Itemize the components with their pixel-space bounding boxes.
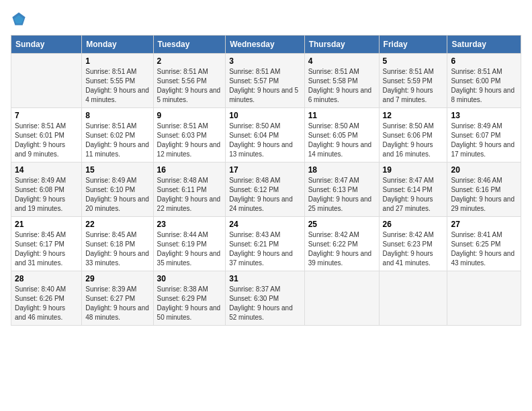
day-info: Sunrise: 8:48 AMSunset: 6:11 PMDaylight:… — [157, 176, 222, 214]
day-info: Sunrise: 8:39 AMSunset: 6:27 PMDaylight:… — [85, 285, 149, 322]
header-tuesday: Tuesday — [153, 36, 226, 54]
day-info: Sunrise: 8:37 AMSunset: 6:30 PMDaylight:… — [229, 285, 300, 322]
day-number: 1 — [85, 56, 149, 66]
calendar-cell: 25Sunrise: 8:42 AMSunset: 6:22 PMDayligh… — [304, 217, 379, 271]
day-info: Sunrise: 8:50 AMSunset: 6:05 PMDaylight:… — [308, 122, 375, 159]
calendar-cell: 22Sunrise: 8:45 AMSunset: 6:18 PMDayligh… — [82, 217, 153, 271]
day-info: Sunrise: 8:47 AMSunset: 6:14 PMDaylight:… — [383, 176, 444, 214]
calendar-cell: 5Sunrise: 8:51 AMSunset: 5:59 PMDaylight… — [379, 54, 447, 108]
day-number: 21 — [15, 220, 78, 229]
calendar-cell: 21Sunrise: 8:45 AMSunset: 6:17 PMDayligh… — [11, 217, 82, 271]
calendar-cell: 30Sunrise: 8:38 AMSunset: 6:29 PMDayligh… — [153, 271, 226, 326]
calendar-week-3: 14Sunrise: 8:49 AMSunset: 6:08 PMDayligh… — [11, 163, 521, 217]
calendar-cell — [304, 271, 379, 326]
day-number: 3 — [229, 56, 300, 66]
day-number: 12 — [383, 111, 444, 120]
calendar-cell — [447, 271, 521, 326]
day-info: Sunrise: 8:51 AMSunset: 5:56 PMDaylight:… — [157, 67, 222, 105]
day-number: 20 — [451, 165, 517, 175]
day-info: Sunrise: 8:43 AMSunset: 6:21 PMDaylight:… — [229, 230, 300, 268]
day-info: Sunrise: 8:51 AMSunset: 6:00 PMDaylight:… — [451, 67, 517, 105]
calendar-cell: 19Sunrise: 8:47 AMSunset: 6:14 PMDayligh… — [379, 163, 447, 217]
day-number: 24 — [229, 220, 300, 229]
calendar-cell: 28Sunrise: 8:40 AMSunset: 6:26 PMDayligh… — [11, 271, 82, 326]
day-number: 28 — [15, 274, 78, 283]
calendar-cell: 23Sunrise: 8:44 AMSunset: 6:19 PMDayligh… — [153, 217, 226, 271]
day-number: 23 — [157, 220, 222, 229]
calendar-cell — [11, 54, 82, 108]
day-info: Sunrise: 8:49 AMSunset: 6:07 PMDaylight:… — [451, 122, 517, 159]
calendar-cell: 27Sunrise: 8:41 AMSunset: 6:25 PMDayligh… — [447, 217, 521, 271]
day-number: 14 — [15, 165, 78, 175]
day-info: Sunrise: 8:51 AMSunset: 5:57 PMDaylight:… — [229, 67, 300, 105]
day-number: 6 — [451, 56, 517, 66]
calendar-cell: 2Sunrise: 8:51 AMSunset: 5:56 PMDaylight… — [153, 54, 226, 108]
calendar-week-5: 28Sunrise: 8:40 AMSunset: 6:26 PMDayligh… — [11, 271, 521, 326]
header — [11, 11, 521, 27]
day-number: 2 — [157, 56, 222, 66]
day-info: Sunrise: 8:49 AMSunset: 6:10 PMDaylight:… — [85, 176, 149, 214]
day-number: 8 — [85, 111, 149, 120]
day-number: 16 — [157, 165, 222, 175]
header-thursday: Thursday — [304, 36, 379, 54]
header-friday: Friday — [379, 36, 447, 54]
calendar-cell: 31Sunrise: 8:37 AMSunset: 6:30 PMDayligh… — [226, 271, 304, 326]
day-info: Sunrise: 8:51 AMSunset: 6:03 PMDaylight:… — [157, 122, 222, 159]
calendar-cell: 4Sunrise: 8:51 AMSunset: 5:58 PMDaylight… — [304, 54, 379, 108]
header-sunday: Sunday — [11, 36, 82, 54]
calendar-cell: 1Sunrise: 8:51 AMSunset: 5:55 PMDaylight… — [82, 54, 153, 108]
calendar-week-2: 7Sunrise: 8:51 AMSunset: 6:01 PMDaylight… — [11, 108, 521, 163]
calendar-cell: 14Sunrise: 8:49 AMSunset: 6:08 PMDayligh… — [11, 163, 82, 217]
day-info: Sunrise: 8:48 AMSunset: 6:12 PMDaylight:… — [229, 176, 300, 214]
calendar-cell: 12Sunrise: 8:50 AMSunset: 6:06 PMDayligh… — [379, 108, 447, 163]
calendar-cell: 6Sunrise: 8:51 AMSunset: 6:00 PMDaylight… — [447, 54, 521, 108]
day-number: 7 — [15, 111, 78, 120]
day-info: Sunrise: 8:46 AMSunset: 6:16 PMDaylight:… — [451, 176, 517, 214]
calendar-cell: 15Sunrise: 8:49 AMSunset: 6:10 PMDayligh… — [82, 163, 153, 217]
calendar-cell: 7Sunrise: 8:51 AMSunset: 6:01 PMDaylight… — [11, 108, 82, 163]
day-info: Sunrise: 8:41 AMSunset: 6:25 PMDaylight:… — [451, 230, 517, 268]
calendar-body: 1Sunrise: 8:51 AMSunset: 5:55 PMDaylight… — [11, 54, 521, 326]
day-number: 27 — [451, 220, 517, 229]
day-info: Sunrise: 8:47 AMSunset: 6:13 PMDaylight:… — [308, 176, 375, 214]
day-info: Sunrise: 8:50 AMSunset: 6:06 PMDaylight:… — [383, 122, 444, 159]
day-info: Sunrise: 8:40 AMSunset: 6:26 PMDaylight:… — [15, 285, 78, 322]
day-info: Sunrise: 8:45 AMSunset: 6:18 PMDaylight:… — [85, 230, 149, 268]
day-number: 15 — [85, 165, 149, 175]
calendar-table: Sunday Monday Tuesday Wednesday Thursday… — [11, 35, 521, 326]
calendar-cell: 8Sunrise: 8:51 AMSunset: 6:02 PMDaylight… — [82, 108, 153, 163]
calendar-week-1: 1Sunrise: 8:51 AMSunset: 5:55 PMDaylight… — [11, 54, 521, 108]
day-number: 26 — [383, 220, 444, 229]
calendar-cell: 16Sunrise: 8:48 AMSunset: 6:11 PMDayligh… — [153, 163, 226, 217]
day-number: 13 — [451, 111, 517, 120]
day-info: Sunrise: 8:38 AMSunset: 6:29 PMDaylight:… — [157, 285, 222, 322]
day-number: 19 — [383, 165, 444, 175]
day-number: 18 — [308, 165, 375, 175]
calendar-cell: 18Sunrise: 8:47 AMSunset: 6:13 PMDayligh… — [304, 163, 379, 217]
day-info: Sunrise: 8:51 AMSunset: 5:55 PMDaylight:… — [85, 67, 149, 105]
calendar-cell: 20Sunrise: 8:46 AMSunset: 6:16 PMDayligh… — [447, 163, 521, 217]
calendar-cell: 10Sunrise: 8:50 AMSunset: 6:04 PMDayligh… — [226, 108, 304, 163]
calendar-header: Sunday Monday Tuesday Wednesday Thursday… — [11, 36, 521, 54]
day-number: 17 — [229, 165, 300, 175]
day-number: 31 — [229, 274, 300, 283]
day-number: 4 — [308, 56, 375, 66]
day-info: Sunrise: 8:51 AMSunset: 6:02 PMDaylight:… — [85, 122, 149, 159]
calendar-cell: 26Sunrise: 8:42 AMSunset: 6:23 PMDayligh… — [379, 217, 447, 271]
calendar-cell: 11Sunrise: 8:50 AMSunset: 6:05 PMDayligh… — [304, 108, 379, 163]
calendar-cell: 17Sunrise: 8:48 AMSunset: 6:12 PMDayligh… — [226, 163, 304, 217]
day-number: 11 — [308, 111, 375, 120]
day-info: Sunrise: 8:42 AMSunset: 6:23 PMDaylight:… — [383, 230, 444, 268]
day-number: 30 — [157, 274, 222, 283]
day-number: 25 — [308, 220, 375, 229]
day-info: Sunrise: 8:50 AMSunset: 6:04 PMDaylight:… — [229, 122, 300, 159]
day-info: Sunrise: 8:51 AMSunset: 6:01 PMDaylight:… — [15, 122, 78, 159]
day-info: Sunrise: 8:51 AMSunset: 5:58 PMDaylight:… — [308, 67, 375, 105]
calendar-cell: 13Sunrise: 8:49 AMSunset: 6:07 PMDayligh… — [447, 108, 521, 163]
calendar-cell: 9Sunrise: 8:51 AMSunset: 6:03 PMDaylight… — [153, 108, 226, 163]
day-info: Sunrise: 8:49 AMSunset: 6:08 PMDaylight:… — [15, 176, 78, 214]
day-info: Sunrise: 8:45 AMSunset: 6:17 PMDaylight:… — [15, 230, 78, 268]
calendar-cell: 24Sunrise: 8:43 AMSunset: 6:21 PMDayligh… — [226, 217, 304, 271]
header-wednesday: Wednesday — [226, 36, 304, 54]
logo — [11, 11, 30, 27]
